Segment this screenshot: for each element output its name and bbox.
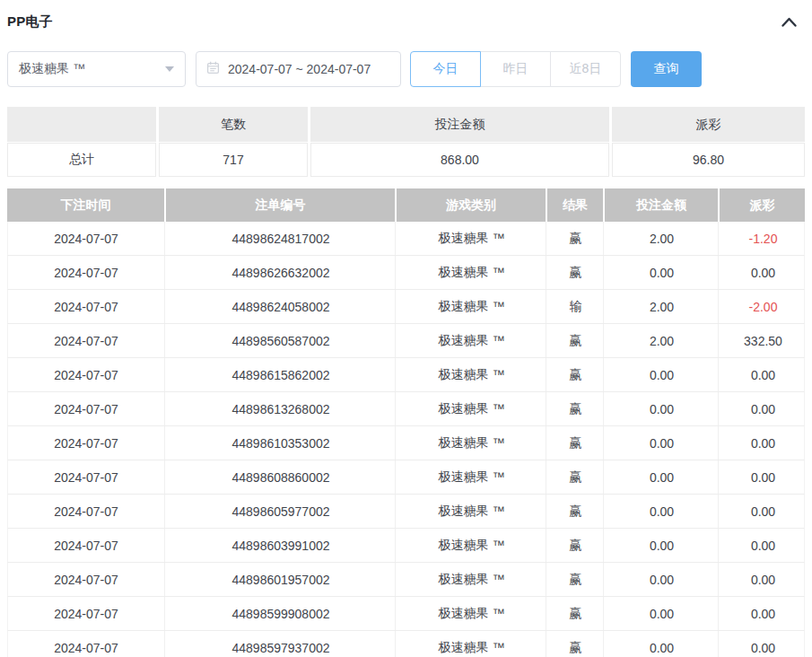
cell-bet-amount: 0.00	[606, 460, 719, 494]
date-range-input[interactable]: 2024-07-07 ~ 2024-07-07	[196, 51, 401, 87]
cell-bet-time: 2024-07-07	[8, 256, 165, 289]
cell-bet-id: 44898624058002	[167, 290, 396, 323]
cell-game-type: 极速糖果 ™	[397, 529, 546, 562]
last-8-days-button[interactable]: 近8日	[550, 51, 621, 87]
cell-bet-time: 2024-07-07	[8, 426, 165, 460]
summary-col-bet-amount: 投注金额	[310, 107, 609, 142]
cell-bet-amount: 0.00	[606, 426, 719, 460]
cell-bet-id: 44898615862002	[167, 358, 396, 391]
table-row: 2024-07-07 44898597937002 极速糖果 ™ 赢 0.00 …	[7, 631, 805, 657]
table-row: 2024-07-07 44898608860002 极速糖果 ™ 赢 0.00 …	[7, 460, 805, 495]
yesterday-button[interactable]: 昨日	[480, 51, 551, 87]
cell-payout: 0.00	[720, 597, 806, 630]
table-row: 2024-07-07 44898601957002 极速糖果 ™ 赢 0.00 …	[7, 563, 805, 597]
cell-result: 赢	[548, 597, 604, 630]
cell-bet-amount: 0.00	[606, 495, 719, 528]
cell-result: 赢	[548, 222, 604, 255]
cell-payout: 0.00	[720, 392, 806, 425]
cell-result: 赢	[548, 256, 604, 289]
cell-bet-id: 44898608860002	[167, 460, 396, 494]
quick-range-group: 今日 昨日 近8日	[410, 51, 621, 87]
cell-game-type: 极速糖果 ™	[397, 392, 546, 425]
cell-bet-time: 2024-07-07	[8, 563, 165, 596]
cell-bet-amount: 0.00	[606, 563, 719, 596]
table-row: 2024-07-07 44898615862002 极速糖果 ™ 赢 0.00 …	[7, 358, 805, 392]
col-payout: 派彩	[720, 188, 805, 222]
cell-payout: 0.00	[720, 460, 806, 494]
cell-game-type: 极速糖果 ™	[397, 495, 546, 528]
cell-game-type: 极速糖果 ™	[397, 563, 546, 596]
cell-game-type: 极速糖果 ™	[397, 290, 546, 323]
cell-payout: 0.00	[720, 529, 806, 562]
cell-result: 赢	[548, 392, 604, 425]
col-bet-amount: 投注金额	[605, 188, 718, 222]
today-button[interactable]: 今日	[410, 51, 481, 87]
cell-game-type: 极速糖果 ™	[397, 256, 546, 289]
chevron-down-icon	[165, 66, 174, 72]
cell-result: 赢	[548, 426, 604, 460]
cell-bet-amount: 0.00	[606, 256, 719, 289]
bet-table-body: 2024-07-07 44898624817002 极速糖果 ™ 赢 2.00 …	[7, 222, 805, 657]
summary-table: 笔数 投注金额 派彩 总计 717 868.00 96.80	[7, 107, 805, 177]
cell-payout: 0.00	[720, 256, 806, 289]
cell-result: 赢	[548, 529, 604, 562]
cell-game-type: 极速糖果 ™	[397, 631, 546, 657]
cell-bet-time: 2024-07-07	[8, 631, 165, 657]
table-row: 2024-07-07 44898599908002 极速糖果 ™ 赢 0.00 …	[7, 597, 805, 631]
cell-result: 赢	[548, 324, 604, 357]
summary-col-count: 笔数	[159, 107, 308, 142]
summary-total-payout: 96.80	[612, 143, 805, 177]
cell-result: 赢	[548, 563, 604, 596]
summary-col-blank	[7, 107, 156, 142]
cell-result: 赢	[548, 358, 604, 391]
table-row: 2024-07-07 44898613268002 极速糖果 ™ 赢 0.00 …	[7, 392, 805, 426]
pp-electronic-panel: PP电子 极速糖果 ™ 2024-07-07 ~ 20	[0, 0, 812, 657]
cell-bet-time: 2024-07-07	[8, 358, 165, 391]
cell-bet-amount: 0.00	[606, 529, 719, 562]
cell-bet-id: 44898626632002	[167, 256, 396, 289]
cell-result: 赢	[548, 460, 604, 494]
cell-result: 赢	[548, 495, 604, 528]
cell-bet-time: 2024-07-07	[8, 222, 165, 255]
cell-payout: 0.00	[720, 563, 806, 596]
chevron-up-icon[interactable]	[781, 16, 798, 28]
cell-bet-time: 2024-07-07	[8, 597, 165, 630]
table-row: 2024-07-07 44898605977002 极速糖果 ™ 赢 0.00 …	[7, 495, 805, 529]
cell-bet-amount: 2.00	[606, 324, 719, 357]
cell-result: 赢	[548, 631, 604, 657]
cell-bet-time: 2024-07-07	[8, 290, 165, 323]
cell-bet-time: 2024-07-07	[8, 495, 165, 528]
cell-bet-id: 44898597937002	[167, 631, 396, 657]
summary-col-payout: 派彩	[612, 107, 805, 142]
cell-bet-amount: 0.00	[606, 358, 719, 391]
table-row: 2024-07-07 44898624058002 极速糖果 ™ 输 2.00 …	[7, 290, 805, 324]
cell-bet-id: 44898613268002	[167, 392, 396, 425]
bet-table: 下注时间 注单编号 游戏类别 结果 投注金额 派彩 2024-07-07 448…	[7, 188, 805, 657]
cell-bet-time: 2024-07-07	[8, 529, 165, 562]
cell-bet-id: 44898599908002	[167, 597, 396, 630]
calendar-icon	[206, 61, 220, 77]
table-row: 2024-07-07 44898603991002 极速糖果 ™ 赢 0.00 …	[7, 529, 805, 563]
game-select[interactable]: 极速糖果 ™	[7, 51, 186, 87]
cell-payout: 0.00	[720, 426, 806, 460]
date-range-value: 2024-07-07 ~ 2024-07-07	[228, 62, 371, 76]
cell-bet-time: 2024-07-07	[8, 392, 165, 425]
summary-header-row: 笔数 投注金额 派彩	[7, 107, 805, 142]
cell-result: 输	[548, 290, 604, 323]
cell-bet-id: 44898605977002	[167, 495, 396, 528]
cell-payout: -1.20	[720, 222, 806, 255]
cell-bet-time: 2024-07-07	[8, 324, 165, 357]
filter-bar: 极速糖果 ™ 2024-07-07 ~ 2024-07-07 今日 昨日 近8日	[7, 51, 805, 87]
cell-bet-amount: 2.00	[606, 290, 719, 323]
cell-game-type: 极速糖果 ™	[397, 222, 546, 255]
game-select-value: 极速糖果 ™	[19, 61, 85, 77]
cell-bet-amount: 0.00	[606, 392, 719, 425]
cell-game-type: 极速糖果 ™	[397, 324, 546, 357]
cell-bet-id: 44898624817002	[167, 222, 396, 255]
cell-payout: 0.00	[720, 358, 806, 391]
cell-bet-id: 44898560587002	[167, 324, 396, 357]
cell-bet-amount: 0.00	[606, 631, 719, 657]
cell-bet-amount: 2.00	[606, 222, 719, 255]
search-button[interactable]: 查询	[631, 51, 702, 87]
panel-header: PP电子	[7, 12, 805, 31]
